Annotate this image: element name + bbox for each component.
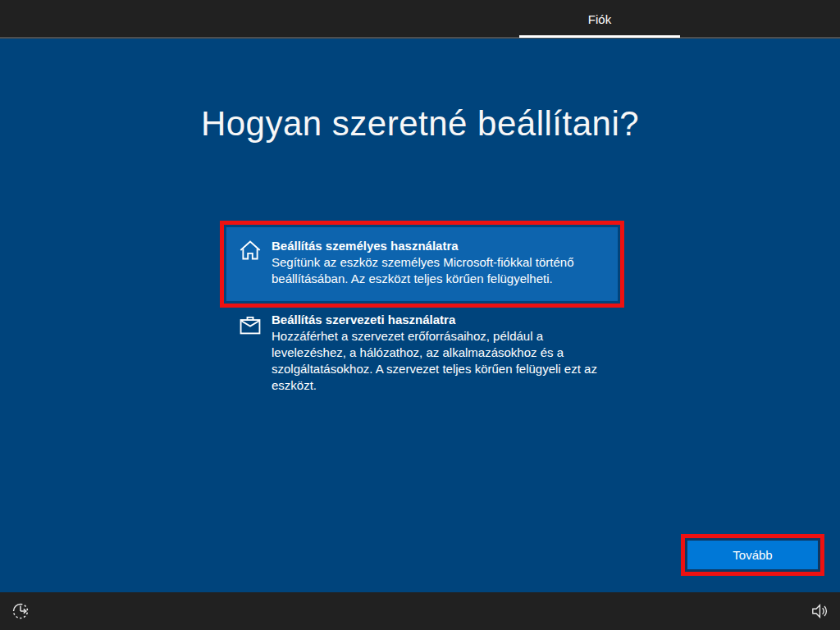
ease-of-access-icon[interactable] <box>11 601 30 621</box>
oobe-account-setup-screen: Fiók Hogyan szeretné beállítani? Beállít… <box>0 0 840 630</box>
option-personal-description: Segítünk az eszköz személyes Microsoft-f… <box>272 254 608 287</box>
content-area: Hogyan szeretné beállítani? Beállítás sz… <box>0 39 840 592</box>
annotation-highlight-next-button: Tovább <box>681 534 824 576</box>
option-organization-use[interactable]: Beállítás szervezeti használatra Hozzáfé… <box>226 312 618 394</box>
tab-account-label: Fiók <box>588 12 611 26</box>
bottom-bar <box>0 592 840 630</box>
next-button[interactable]: Tovább <box>687 541 818 569</box>
home-icon <box>239 240 262 261</box>
tab-account: Fiók <box>519 0 680 38</box>
option-organization-title: Beállítás szervezeti használatra <box>272 312 608 328</box>
option-personal-text: Beállítás személyes használatra Segítünk… <box>272 238 608 287</box>
option-personal-use[interactable]: Beállítás személyes használatra Segítünk… <box>226 227 618 301</box>
briefcase-icon <box>239 315 262 336</box>
page-title: Hogyan szeretné beállítani? <box>0 104 840 144</box>
annotation-highlight-personal-option: Beállítás személyes használatra Segítünk… <box>220 221 624 308</box>
option-personal-title: Beállítás személyes használatra <box>272 238 608 254</box>
option-organization-description: Hozzáférhet a szervezet erőforrásaihoz, … <box>272 328 608 394</box>
volume-icon[interactable] <box>810 603 829 619</box>
top-bar: Fiók <box>0 0 840 39</box>
option-organization-text: Beállítás szervezeti használatra Hozzáfé… <box>272 312 608 394</box>
tab-active-underline <box>519 35 680 38</box>
